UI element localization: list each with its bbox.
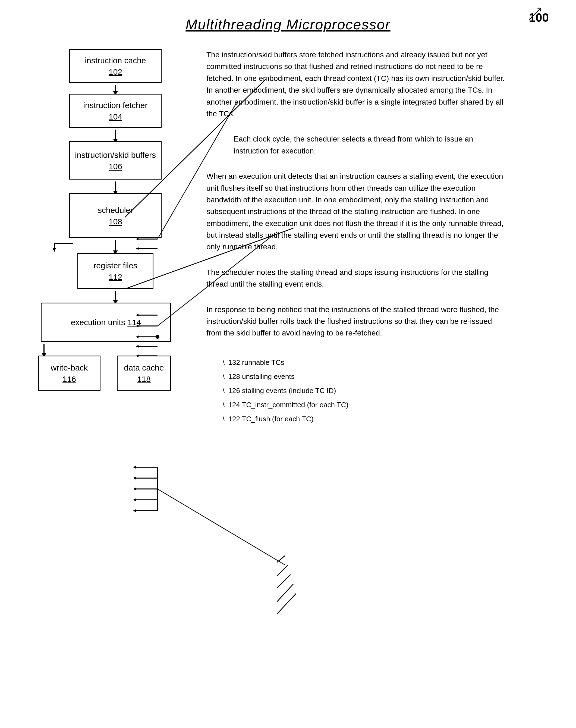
execution-units-box: execution units 114 bbox=[41, 303, 171, 342]
scheduler-label: scheduler bbox=[74, 205, 157, 216]
register-files-wrapper: register files 112 bbox=[41, 253, 190, 289]
svg-line-37 bbox=[277, 575, 291, 588]
svg-line-0 bbox=[529, 9, 540, 20]
instruction-fetcher-label: instruction fetcher bbox=[74, 100, 157, 111]
signal-label-126: \ 126 stalling events (include TC ID) bbox=[223, 384, 554, 398]
svg-marker-30 bbox=[133, 509, 136, 512]
text-column: The instruction/skid buffers store fetch… bbox=[190, 49, 554, 426]
svg-line-36 bbox=[277, 565, 288, 576]
svg-marker-22 bbox=[133, 466, 136, 469]
signal-label-132: \ 132 runnable TCs bbox=[223, 355, 554, 369]
instruction-cache-label: instruction cache bbox=[74, 55, 157, 66]
page: Multithreading Microprocessor 100 instru… bbox=[0, 0, 576, 728]
svg-line-34 bbox=[157, 489, 285, 565]
execution-unit-text: When an execution unit detects that an i… bbox=[206, 170, 505, 253]
skid-buffer-text: The instruction/skid buffers store fetch… bbox=[206, 49, 505, 119]
svg-marker-3 bbox=[53, 248, 56, 252]
scheduler-branch-svg bbox=[41, 238, 95, 253]
signal-label-122: \ 122 TC_flush (for each TC) bbox=[223, 412, 554, 426]
skid-buffers-number: 106 bbox=[74, 162, 157, 171]
data-cache-number: 118 bbox=[120, 374, 168, 384]
content-area: instruction cache 102 instruction fetche… bbox=[22, 49, 554, 426]
svg-line-35 bbox=[277, 556, 285, 562]
scheduler-wrapper: scheduler 108 bbox=[41, 193, 190, 238]
write-back-number: 116 bbox=[41, 374, 97, 384]
arrow-cache-to-fetcher bbox=[41, 83, 190, 94]
execution-units-wrapper: execution units 114 bbox=[22, 303, 190, 342]
scheduler-notes-text: The scheduler notes the stalling thread … bbox=[206, 267, 505, 290]
register-files-number: 112 bbox=[82, 273, 148, 282]
instruction-fetcher-wrapper: instruction fetcher 104 bbox=[41, 94, 190, 128]
skid-buffers-wrapper: instruction/skid buffers 106 bbox=[41, 141, 190, 179]
diagram-column: instruction cache 102 instruction fetche… bbox=[22, 49, 190, 426]
instruction-cache-box: instruction cache 102 bbox=[69, 49, 162, 83]
write-back-label: write-back bbox=[41, 362, 97, 373]
instruction-fetcher-number: 104 bbox=[74, 112, 157, 121]
signal-label-128: \ 128 unstalling events bbox=[223, 369, 554, 384]
instruction-cache-number: 102 bbox=[74, 67, 157, 77]
signal-label-124: \ 124 TC_instr_committed (for each TC) bbox=[223, 398, 554, 412]
data-cache-label: data cache bbox=[120, 362, 168, 373]
arrow-reg-to-exec bbox=[41, 289, 190, 303]
svg-line-39 bbox=[277, 593, 296, 614]
page-title: Multithreading Microprocessor bbox=[185, 17, 391, 32]
arrow-fetcher-to-skid bbox=[41, 128, 190, 141]
signal-labels-container: \ 132 runnable TCs \ 128 unstalling even… bbox=[223, 355, 554, 426]
svg-marker-24 bbox=[133, 477, 136, 479]
register-files-label: register files bbox=[82, 260, 148, 271]
execution-units-label: execution units 114 bbox=[46, 317, 166, 328]
title-area: Multithreading Microprocessor 100 bbox=[22, 16, 554, 33]
rollback-text: In response to being notified that the i… bbox=[206, 304, 505, 339]
instruction-cache-wrapper: instruction cache 102 bbox=[41, 49, 190, 83]
scheduler-annotation: Each clock cycle, the scheduler selects … bbox=[234, 133, 492, 157]
arrow-scheduler-to-reg bbox=[41, 238, 190, 253]
arrow-skid-to-scheduler bbox=[41, 179, 190, 193]
bottom-row: write-back 116 data cache 118 bbox=[22, 356, 190, 391]
svg-line-38 bbox=[277, 584, 293, 602]
data-cache-box: data cache 118 bbox=[117, 356, 171, 391]
skid-buffers-box: instruction/skid buffers 106 bbox=[69, 141, 162, 179]
scheduler-box: scheduler 108 bbox=[69, 193, 162, 238]
skid-buffers-label: instruction/skid buffers bbox=[74, 150, 157, 160]
register-files-box: register files 112 bbox=[78, 253, 153, 289]
ref-arrow-icon bbox=[524, 6, 546, 22]
instruction-fetcher-box: instruction fetcher 104 bbox=[69, 94, 162, 128]
scheduler-number: 108 bbox=[74, 217, 157, 226]
svg-marker-28 bbox=[133, 499, 136, 501]
arrow-exec-to-bottom bbox=[22, 342, 190, 356]
write-back-box: write-back 116 bbox=[38, 356, 100, 391]
svg-marker-26 bbox=[133, 487, 136, 490]
